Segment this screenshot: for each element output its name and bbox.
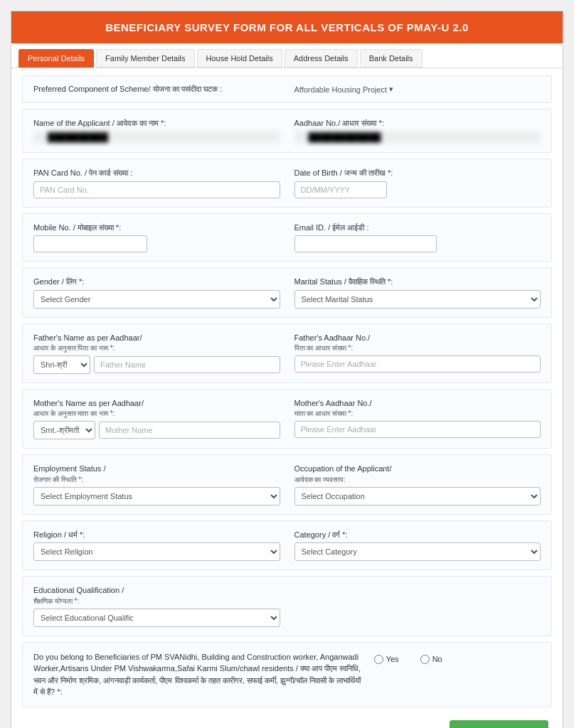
education-group: Educational Qualification / शैक्षणिक योग…	[33, 585, 280, 626]
email-input[interactable]	[294, 235, 437, 252]
mother-section: Mother's Name as per Aadhaar/ आधार के अन…	[22, 389, 552, 449]
scheme-value: Affordable Housing Project ▾	[294, 85, 541, 94]
mother-name-label: Mother's Name as per Aadhaar/ आधार के अन…	[33, 398, 280, 419]
tab-address-details[interactable]: Address Details	[285, 49, 358, 68]
main-container: BENEFICIARY SURVEY FORM FOR ALL VERTICAL…	[11, 11, 563, 728]
religion-label: Religion / धर्म *:	[33, 530, 280, 540]
dob-group: Date of Birth / जन्म की तारीख *:	[294, 168, 541, 198]
page-header: BENEFICIARY SURVEY FORM FOR ALL VERTICAL…	[11, 11, 563, 43]
pan-input[interactable]	[33, 181, 280, 198]
applicant-name-group: Name of the Applicant / आवेदक का नाम *: …	[33, 118, 280, 144]
aadhaar-value: ████████████	[294, 131, 541, 144]
marital-status-group: Marital Status / वैवाहिक स्थिति *: Selec…	[294, 277, 541, 308]
mobile-group: Mobile No. / मोबाइल संख्या *:	[33, 223, 280, 252]
applicant-name-value: ██████████	[33, 131, 280, 144]
religion-group: Religion / धर्म *: Select Religion Hindu…	[33, 530, 280, 561]
tab-house-hold-details[interactable]: House Hold Details	[197, 49, 282, 68]
form-body: Preferred Component of Scheme/ योजना का …	[11, 68, 563, 728]
save-continue-button[interactable]: Save & continue	[450, 720, 548, 728]
beneficiary-question-text: Do you belong to Beneficiaries of PM SVA…	[33, 651, 367, 698]
education-label: Educational Qualification / शैक्षणिक योग…	[33, 585, 280, 606]
employment-status-group: Employment Status / रोजगार की स्थिति *: …	[33, 464, 280, 505]
beneficiary-question-section: Do you belong to Beneficiaries of PM SVA…	[22, 642, 552, 707]
gender-select[interactable]: Select Gender Male Female Other	[33, 290, 280, 309]
father-aadhaar-label: Father's Aadhaar No./ पिता का आधार संख्य…	[294, 333, 541, 353]
religion-select[interactable]: Select Religion Hindu Muslim Christian S…	[33, 542, 280, 561]
employment-status-select[interactable]: Select Employment Status Employed Unempl…	[33, 487, 280, 505]
category-group: Category / वर्ग *: Select Category Gener…	[294, 530, 541, 561]
scheme-section: Preferred Component of Scheme/ योजना का …	[22, 75, 552, 103]
mother-aadhaar-group: Mother's Aadhaar No./ माता का आधार संख्य…	[294, 398, 541, 438]
father-prefix-select[interactable]: Shri-श्री Late-स्व	[33, 355, 90, 374]
employment-occupation-section: Employment Status / रोजगार की स्थिति *: …	[22, 454, 552, 514]
father-section: Father's Name as per Aadhaar/ आधार के अन…	[22, 323, 552, 383]
save-button-container: Save & continue	[22, 713, 552, 728]
religion-category-section: Religion / धर्म *: Select Religion Hindu…	[22, 520, 552, 570]
marital-status-label: Marital Status / वैवाहिक स्थिति *:	[294, 277, 541, 287]
gender-group: Gender / लिंग *: Select Gender Male Fema…	[33, 277, 280, 308]
dob-label: Date of Birth / जन्म की तारीख *:	[294, 168, 541, 178]
gender-marital-section: Gender / लिंग *: Select Gender Male Fema…	[22, 267, 552, 317]
occupation-label: Occupation of the Applicant/ आवेदक का व्…	[294, 464, 541, 484]
email-group: Email ID. / ईमेल आईडी :	[294, 223, 541, 252]
occupation-group: Occupation of the Applicant/ आवेदक का व्…	[294, 464, 541, 505]
email-label: Email ID. / ईमेल आईडी :	[294, 223, 541, 233]
father-aadhaar-group: Father's Aadhaar No./ पिता का आधार संख्य…	[294, 333, 541, 373]
tab-personal-details[interactable]: Personal Details	[18, 49, 94, 68]
mother-prefix-select[interactable]: Smt.-श्रीमती Late-स्व	[33, 421, 95, 439]
beneficiary-no-radio[interactable]	[420, 655, 430, 664]
marital-status-select[interactable]: Select Marital Status Married Unmarried …	[294, 290, 541, 309]
dob-input[interactable]	[294, 181, 387, 198]
pan-label: PAN Card No. / पेन कार्ड संख्या :	[33, 168, 280, 178]
mother-aadhaar-label: Mother's Aadhaar No./ माता का आधार संख्य…	[294, 398, 541, 419]
father-name-group: Father's Name as per Aadhaar/ आधार के अन…	[33, 333, 280, 374]
mother-name-input[interactable]	[99, 422, 280, 439]
mobile-label: Mobile No. / मोबाइल संख्या *:	[33, 223, 280, 233]
father-aadhaar-input[interactable]	[294, 355, 541, 373]
name-aadhaar-section: Name of the Applicant / आवेदक का नाम *: …	[22, 109, 552, 153]
aadhaar-group: Aadhaar No./ आधार संख्या *: ████████████	[294, 118, 541, 144]
pan-group: PAN Card No. / पेन कार्ड संख्या :	[33, 168, 280, 198]
mother-aadhaar-input[interactable]	[294, 421, 541, 438]
education-select[interactable]: Select Educational Qualific Illiterate P…	[33, 609, 280, 627]
scheme-dropdown-icon[interactable]: ▾	[389, 85, 393, 94]
beneficiary-yes-radio[interactable]	[374, 655, 383, 664]
pan-dob-section: PAN Card No. / पेन कार्ड संख्या : Date o…	[22, 159, 552, 207]
aadhaar-label: Aadhaar No./ आधार संख्या *:	[294, 118, 541, 129]
mobile-email-section: Mobile No. / मोबाइल संख्या *: Email ID. …	[22, 213, 552, 262]
father-name-label: Father's Name as per Aadhaar/ आधार के अन…	[33, 333, 280, 353]
education-section: Educational Qualification / शैक्षणिक योग…	[22, 576, 552, 636]
employment-status-label: Employment Status / रोजगार की स्थिति *:	[33, 464, 280, 484]
mobile-input[interactable]	[33, 235, 147, 252]
category-select[interactable]: Select Category General OBC SC ST	[294, 542, 541, 561]
beneficiary-radio-group: Yes No	[374, 651, 541, 665]
gender-label: Gender / लिंग *:	[33, 277, 280, 287]
tab-bar: Personal Details Family Member Details H…	[11, 43, 563, 68]
occupation-select[interactable]: Select Occupation Business Service Labou…	[294, 487, 541, 505]
category-label: Category / वर्ग *:	[294, 530, 541, 540]
scheme-label: Preferred Component of Scheme/ योजना का …	[33, 85, 280, 94]
tab-family-member-details[interactable]: Family Member Details	[96, 49, 194, 68]
tab-bank-details[interactable]: Bank Details	[360, 49, 422, 68]
mother-name-group: Mother's Name as per Aadhaar/ आधार के अन…	[33, 398, 280, 439]
page-title: BENEFICIARY SURVEY FORM FOR ALL VERTICAL…	[105, 21, 469, 33]
father-name-input[interactable]	[94, 356, 280, 373]
beneficiary-yes-label[interactable]: Yes	[374, 654, 399, 665]
applicant-name-label: Name of the Applicant / आवेदक का नाम *:	[33, 118, 280, 129]
beneficiary-no-label[interactable]: No	[420, 654, 442, 665]
